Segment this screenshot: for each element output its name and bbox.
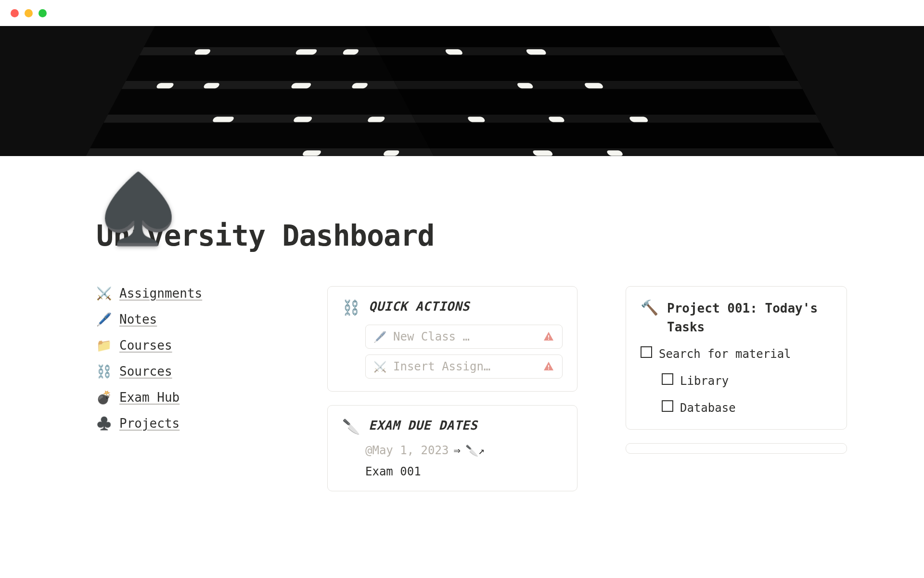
svg-rect-15	[290, 83, 312, 88]
bomb-icon: 💣	[96, 390, 112, 405]
task-label: Database	[680, 399, 736, 417]
nav-label: Notes	[119, 312, 157, 327]
card-title: EXAM DUE DATES	[369, 418, 477, 433]
action-list: 🖊️ New Class … ⚔️ Insert Assign…	[365, 325, 563, 379]
folder-icon: 📁	[96, 338, 112, 353]
nav-item-courses[interactable]: 📁 Courses	[96, 338, 279, 353]
svg-rect-25	[376, 47, 784, 55]
swords-icon: ⚔️	[96, 286, 112, 301]
hammer-icon: 🔨	[641, 299, 658, 316]
nav-list: ⚔️ Assignments 🖊️ Notes 📁 Courses ⛓️ Sou…	[96, 286, 279, 431]
task-label: Library	[680, 372, 729, 390]
nav-label: Sources	[119, 364, 172, 379]
pen-icon: 🖊️	[373, 331, 386, 343]
warning-icon	[543, 331, 554, 342]
card-title: QUICK ACTIONS	[369, 299, 470, 314]
nav-label: Courses	[119, 338, 172, 353]
exam-body: @May 1, 2023 ⇒ 🔪↗ Exam 001	[365, 444, 563, 478]
task-checkbox[interactable]	[662, 400, 673, 412]
window-titlebar	[0, 0, 924, 26]
warning-icon	[543, 361, 554, 372]
project-tasks-card: 🔨 Project 001: Today's Tasks Search for …	[626, 286, 847, 430]
task-item: Search for material	[641, 345, 832, 363]
svg-rect-17	[212, 117, 235, 122]
minimize-window-button[interactable]	[25, 9, 33, 17]
svg-rect-11	[295, 49, 318, 54]
nav-item-notes[interactable]: 🖊️ Notes	[96, 312, 279, 327]
page-title: University Dashboard	[96, 219, 828, 252]
new-class-button[interactable]: 🖊️ New Class …	[365, 325, 563, 349]
nav-item-projects[interactable]: ♣️ Projects	[96, 416, 279, 431]
card-header: ⛓️ QUICK ACTIONS	[342, 299, 563, 316]
svg-rect-42	[548, 365, 549, 368]
insert-assignment-button[interactable]: ⚔️ Insert Assign…	[365, 355, 563, 379]
svg-rect-43	[548, 368, 549, 369]
swords-icon: ⚔️	[373, 361, 386, 373]
task-item: Library	[662, 372, 832, 390]
svg-rect-41	[548, 339, 549, 340]
nav-item-exam-hub[interactable]: 💣 Exam Hub	[96, 390, 279, 405]
nav-label: Assignments	[119, 286, 202, 301]
middle-column: ⛓️ QUICK ACTIONS 🖊️ New Class … ⚔️ Inser…	[327, 286, 578, 505]
task-checkbox[interactable]	[662, 373, 673, 385]
close-window-button[interactable]	[11, 9, 19, 17]
club-icon: ♣️	[96, 416, 112, 431]
nav-item-sources[interactable]: ⛓️ Sources	[96, 364, 279, 379]
exam-name: Exam 001	[365, 465, 563, 478]
svg-rect-38	[532, 150, 553, 156]
svg-rect-28	[430, 148, 838, 156]
right-column: 🔨 Project 001: Today's Tasks Search for …	[626, 286, 847, 467]
quick-actions-card: ⛓️ QUICK ACTIONS 🖊️ New Class … ⚔️ Inser…	[327, 286, 578, 392]
task-checkbox[interactable]	[641, 346, 652, 358]
traffic-lights	[11, 9, 47, 17]
page-icon[interactable]: ♠️	[96, 175, 180, 243]
next-card-peek	[626, 443, 847, 454]
knife-icon: 🔪	[342, 418, 360, 435]
exam-link-icon[interactable]: 🔪↗	[465, 445, 485, 457]
cover-image	[0, 26, 924, 156]
columns: ⚔️ Assignments 🖊️ Notes 📁 Courses ⛓️ Sou…	[96, 286, 828, 505]
nav-label: Exam Hub	[119, 390, 180, 405]
svg-rect-40	[548, 335, 549, 338]
exam-date[interactable]: @May 1, 2023	[365, 444, 449, 457]
action-label: New Class …	[393, 330, 536, 343]
card-header: 🔪 EXAM DUE DATES	[342, 418, 563, 435]
maximize-window-button[interactable]	[38, 9, 47, 17]
svg-rect-32	[526, 49, 547, 54]
task-item: Database	[662, 399, 832, 417]
task-label: Search for material	[659, 345, 791, 363]
pen-icon: 🖊️	[96, 312, 112, 327]
nav-label: Projects	[119, 416, 180, 431]
task-list: Search for material Library Database	[641, 345, 832, 417]
card-header: 🔨 Project 001: Today's Tasks	[641, 299, 832, 337]
arrow-icon: ⇒	[453, 444, 460, 457]
chains-icon: ⛓️	[96, 364, 112, 379]
exam-due-dates-card: 🔪 EXAM DUE DATES @May 1, 2023 ⇒ 🔪↗ Exam …	[327, 405, 578, 491]
action-label: Insert Assign…	[393, 360, 536, 373]
page-content: ♠️ University Dashboard ⚔️ Assignments 🖊…	[0, 219, 924, 505]
project-title: Project 001: Today's Tasks	[667, 299, 832, 337]
nav-item-assignments[interactable]: ⚔️ Assignments	[96, 286, 279, 301]
chains-icon: ⛓️	[342, 299, 360, 316]
